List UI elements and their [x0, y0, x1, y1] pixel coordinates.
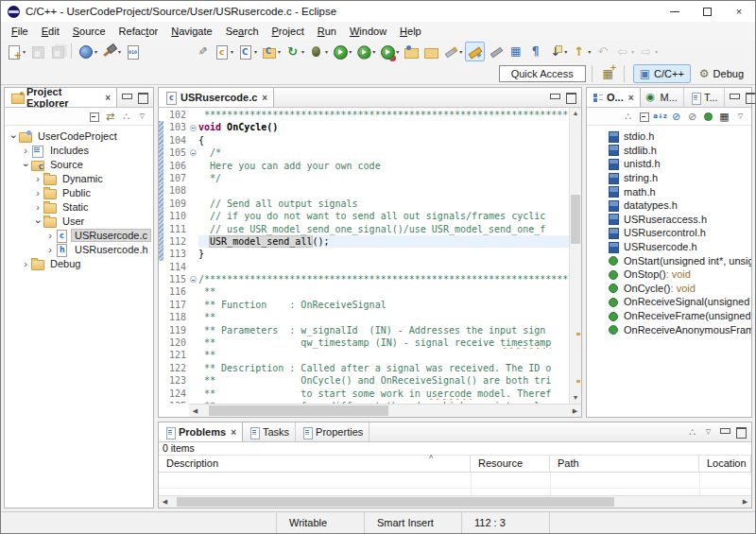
next-annotation-button[interactable]: ▾ — [546, 43, 568, 60]
minimize-button[interactable] — [659, 1, 691, 22]
highlight-button[interactable] — [465, 42, 485, 61]
dropdown-arrow-icon[interactable]: ▾ — [372, 48, 375, 55]
select-element-button[interactable] — [193, 43, 211, 60]
fold-collapse-icon[interactable] — [190, 276, 197, 283]
close-icon[interactable]: × — [231, 427, 236, 438]
tab-problems[interactable]: Problems× — [159, 422, 243, 441]
maximize-view-button[interactable] — [136, 92, 149, 103]
tab-project-explorer[interactable]: Project Explorer × — [5, 88, 117, 107]
open-element-button[interactable] — [402, 43, 420, 60]
fold-collapse-icon[interactable] — [190, 125, 197, 131]
tree-item-usrusercode-h[interactable]: ›USRusercode.h — [5, 242, 153, 256]
view-menu-icon[interactable] — [685, 425, 699, 439]
perspective-cc-button[interactable]: C/C++ — [633, 64, 691, 83]
hide-non-public-icon[interactable] — [701, 110, 715, 123]
menu-source[interactable]: Source — [66, 24, 112, 39]
dropdown-arrow-icon[interactable]: ▾ — [23, 48, 26, 55]
close-icon[interactable]: × — [262, 93, 267, 103]
view-menu-dropdown-icon[interactable] — [135, 110, 149, 123]
tab-outline[interactable]: O...× — [587, 88, 641, 107]
tab-editor-usrusercode[interactable]: USRusercode.c × — [159, 88, 274, 107]
open-resource-button[interactable] — [421, 43, 439, 60]
outline-item-onreceiveframe-unsigned-sho[interactable]: OnReceiveFrame(unsigned sho — [587, 309, 751, 323]
build-button[interactable]: ▾ — [100, 43, 122, 60]
menu-run[interactable]: Run — [311, 24, 343, 39]
menu-file[interactable]: File — [5, 24, 35, 39]
close-icon[interactable]: × — [628, 93, 634, 103]
scroll-down-icon[interactable]: ▼ — [570, 392, 581, 404]
minimize-view-button[interactable] — [120, 92, 133, 103]
tab-tasklist[interactable]: T... — [684, 88, 725, 107]
outline-item-usruseraccess-h[interactable]: USRuseraccess.h — [587, 213, 751, 227]
search-tool-button[interactable]: ▾ — [441, 43, 463, 60]
fold-collapse-icon[interactable] — [190, 149, 197, 156]
perspective-debug-button[interactable]: Debug — [694, 64, 749, 83]
annotation-mark[interactable] — [576, 380, 580, 383]
tree-item-includes[interactable]: ›Includes — [5, 143, 153, 157]
dropdown-arrow-icon[interactable]: ▾ — [118, 48, 121, 55]
collapse-all-icon[interactable] — [87, 110, 101, 123]
launch-target-button[interactable]: ▾ — [77, 43, 98, 60]
update-index-button[interactable]: ▾ — [284, 43, 305, 60]
column-header-resource[interactable]: Resource — [471, 456, 550, 472]
column-header-location[interactable]: Location — [699, 456, 751, 472]
view-menu-dropdown-icon[interactable] — [733, 110, 747, 123]
tree-item-static[interactable]: ›Static — [5, 199, 153, 214]
outline-item-stdio-h[interactable]: stdio.h — [587, 129, 751, 144]
hide-fields-icon[interactable] — [669, 110, 683, 123]
outline-item-onreceivesignal-unsigned-sho[interactable]: OnReceiveSignal(unsigned sho — [587, 295, 751, 309]
minimize-view-button[interactable] — [548, 92, 561, 103]
scroll-left-icon[interactable]: ◀ — [159, 498, 171, 506]
scroll-right-icon[interactable]: ▶ — [569, 407, 581, 415]
minimize-view-button[interactable] — [718, 426, 731, 438]
tree-item-usercodeproject[interactable]: ›UserCodeProject — [5, 129, 153, 143]
maximize-view-button[interactable] — [564, 92, 577, 103]
collapse-all-icon[interactable] — [637, 110, 651, 123]
dropdown-arrow-icon[interactable]: ▾ — [301, 48, 304, 55]
mark-occurrences-button[interactable] — [487, 43, 505, 60]
outline-item-oncycle[interactable]: OnCycle() : void — [587, 282, 751, 296]
column-header-path[interactable]: Path — [550, 456, 699, 472]
dropdown-arrow-icon[interactable]: ▾ — [655, 48, 658, 55]
menu-project[interactable]: Project — [266, 24, 311, 39]
show-whitespace-button[interactable] — [526, 43, 544, 60]
outline-item-usrusercontrol-h[interactable]: USRusercontrol.h — [587, 226, 751, 240]
expand-arrow-icon[interactable]: › — [45, 244, 55, 255]
view-menu-icon[interactable] — [621, 110, 635, 123]
new-cpp-class-button[interactable]: ▾ — [236, 43, 258, 60]
editor-vscrollbar[interactable]: ▲ ▼ — [569, 108, 581, 404]
hscroll-thumb[interactable] — [209, 405, 389, 416]
outline-item-onstop[interactable]: OnStop() : void — [587, 267, 751, 282]
outline-item-usrusercode-h[interactable]: USRusercode.h — [587, 240, 751, 254]
expand-arrow-icon[interactable]: › — [45, 230, 55, 241]
editor-hscrollbar[interactable]: ◀ ▶ — [189, 404, 581, 417]
quick-access-input[interactable]: Quick Access — [499, 65, 586, 82]
outline-item-onreceiveanonymousframe[interactable]: OnReceiveAnonymousFrame( — [587, 322, 751, 336]
menu-refactor[interactable]: Refactor — [112, 24, 165, 39]
view-menu-icon[interactable] — [119, 110, 133, 123]
scroll-right-icon[interactable]: ▶ — [739, 498, 751, 506]
dropdown-arrow-icon[interactable]: ▾ — [254, 48, 257, 55]
dropdown-arrow-icon[interactable]: ▾ — [588, 48, 591, 55]
expand-arrow-icon[interactable]: › — [33, 187, 43, 198]
view-menu-dropdown-icon[interactable] — [701, 425, 715, 439]
problems-hscrollbar[interactable]: ◀ ▶ — [159, 495, 751, 508]
code-area[interactable]: 102 ************************************… — [159, 108, 569, 404]
sort-icon[interactable] — [653, 110, 667, 123]
open-perspective-button[interactable] — [599, 64, 617, 82]
new-wizard-button[interactable]: ▾ — [5, 43, 26, 60]
expand-arrow-icon[interactable]: › — [33, 201, 43, 213]
scroll-up-icon[interactable]: ▲ — [570, 108, 581, 119]
outline-item-unistd-h[interactable]: unistd.h — [587, 157, 751, 171]
outline-item-datatypes-h[interactable]: datatypes.h — [587, 198, 751, 213]
menu-search[interactable]: Search — [219, 24, 266, 39]
dropdown-arrow-icon[interactable]: ▾ — [349, 48, 352, 55]
dropdown-arrow-icon[interactable]: ▾ — [231, 48, 233, 55]
prev-annotation-button[interactable]: ▾ — [570, 43, 592, 60]
outline-item-stdlib-h[interactable]: stdlib.h — [587, 144, 751, 158]
dropdown-arrow-icon[interactable]: ▾ — [94, 48, 97, 55]
tree-item-usrusercode-c[interactable]: ›USRusercode.c — [5, 228, 153, 242]
dropdown-arrow-icon[interactable]: ▾ — [278, 48, 281, 55]
dropdown-arrow-icon[interactable]: ▾ — [564, 48, 567, 55]
outline-item-string-h[interactable]: string.h — [587, 171, 751, 185]
